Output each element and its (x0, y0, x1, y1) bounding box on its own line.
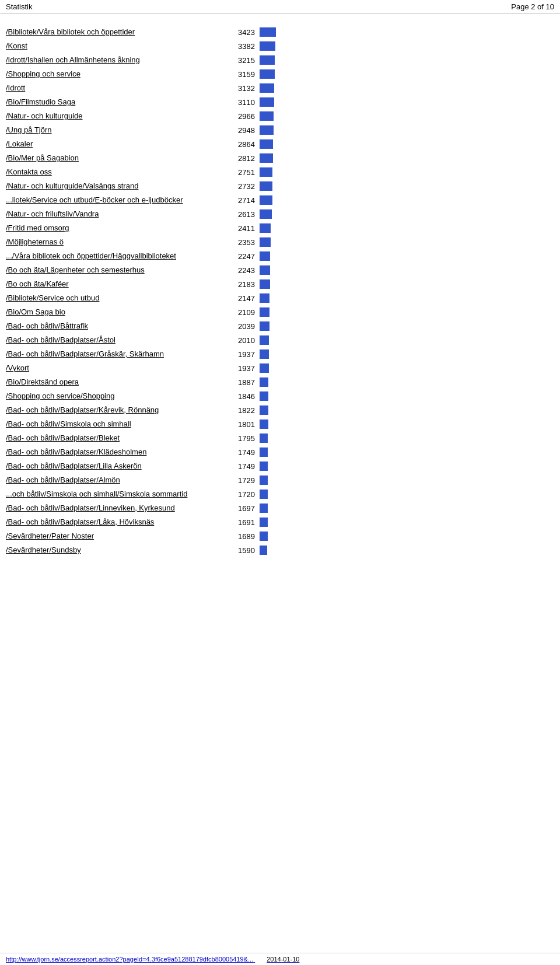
page-info: Page 2 of 10 (511, 2, 554, 11)
row-bar (260, 532, 268, 541)
row-bar (260, 181, 272, 191)
row-value: 1689 (228, 532, 260, 541)
row-bar (260, 237, 271, 247)
table-row: ...liotek/Service och utbud/E-böcker och… (6, 194, 554, 207)
row-label[interactable]: /Möjligheternas ö (6, 237, 228, 247)
row-label[interactable]: /Bad- och båtliv/Badplatser/Almön (6, 475, 228, 485)
row-label[interactable]: /Idrott/Ishallen och Allmänhetens åkning (6, 55, 228, 65)
row-value: 1937 (228, 364, 260, 373)
row-label[interactable]: /Vykort (6, 363, 228, 373)
row-bar-container (260, 237, 277, 247)
row-bar-container (260, 41, 277, 51)
table-row: /Natur- och friluftsliv/Vandra2613 (6, 208, 554, 221)
table-row: /Bad- och båtliv/Badplatser/Låka, Höviks… (6, 516, 554, 529)
row-bar (260, 546, 267, 555)
row-label[interactable]: /Bad- och båtliv/Badplatser/Gråskär, Skä… (6, 349, 228, 359)
row-label[interactable]: ...och båtliv/Simskola och simhall/Simsk… (6, 489, 228, 499)
row-bar (260, 363, 269, 373)
row-bar (260, 293, 270, 303)
row-label[interactable]: /Sevärdheter/Pater Noster (6, 531, 228, 541)
row-label[interactable]: /Sevärdheter/Sundsby (6, 545, 228, 555)
table-row: .../Våra bibliotek och öppettider/Häggva… (6, 250, 554, 263)
row-bar (260, 279, 270, 289)
row-bar (260, 69, 275, 79)
row-label[interactable]: /Bo och äta/Kaféer (6, 279, 228, 289)
row-label[interactable]: /Natur- och kulturguide (6, 111, 228, 121)
row-value: 3132 (228, 84, 260, 93)
row-bar-container (260, 461, 277, 471)
row-label[interactable]: /Bo och äta/Lägenheter och semesterhus (6, 265, 228, 275)
table-row: ...och båtliv/Simskola och simhall/Simsk… (6, 488, 554, 501)
table-row: /Bio/Om Saga bio2109 (6, 306, 554, 319)
row-label[interactable]: /Bad- och båtliv/Badplatser/Klädesholmen (6, 447, 228, 457)
row-value: 2948 (228, 126, 260, 135)
row-bar (260, 139, 273, 149)
row-value: 1822 (228, 406, 260, 415)
page-header: Statistik Page 2 of 10 (0, 0, 560, 14)
row-label[interactable]: /Bad- och båtliv/Badplatser/Åstol (6, 335, 228, 345)
row-bar (260, 405, 268, 415)
row-bar-container (260, 335, 277, 345)
row-label[interactable]: ...liotek/Service och utbud/E-böcker och… (6, 195, 228, 205)
row-bar-container (260, 195, 277, 205)
table-row: /Sevärdheter/Pater Noster1689 (6, 530, 554, 543)
row-label[interactable]: /Bibliotek/Våra bibliotek och öppettider (6, 27, 228, 37)
row-label[interactable]: /Natur- och friluftsliv/Vandra (6, 209, 228, 219)
table-row: /Bio/Direktsänd opera1887 (6, 376, 554, 389)
row-label[interactable]: /Bibliotek/Service och utbud (6, 293, 228, 303)
row-bar-container (260, 251, 277, 261)
table-row: /Bad- och båtliv/Badplatser/Åstol2010 (6, 334, 554, 347)
row-bar (260, 518, 268, 527)
row-bar-container (260, 307, 277, 317)
row-bar-container (260, 139, 277, 149)
table-row: /Bad- och båtliv/Badplatser/Kårevik, Rön… (6, 404, 554, 417)
row-label[interactable]: /Bad- och båtliv/Simskola och simhall (6, 419, 228, 429)
row-bar-container (260, 490, 277, 499)
row-label[interactable]: /Bio/Mer på Sagabion (6, 153, 228, 163)
row-bar-container (260, 546, 277, 555)
row-label[interactable]: /Shopping och service/Shopping (6, 391, 228, 401)
row-label[interactable]: /Kontakta oss (6, 167, 228, 177)
row-label[interactable]: /Bad- och båtliv/Badplatser/Låka, Höviks… (6, 517, 228, 527)
row-label[interactable]: /Bio/Filmstudio Saga (6, 97, 228, 107)
row-label[interactable]: /Idrott (6, 83, 228, 93)
row-bar-container (260, 223, 277, 233)
table-row: /Bad- och båtliv/Badplatser/Klädesholmen… (6, 446, 554, 459)
row-value: 2411 (228, 224, 260, 233)
row-label[interactable]: /Konst (6, 41, 228, 51)
row-label[interactable]: /Bio/Direktsänd opera (6, 377, 228, 387)
row-value: 2243 (228, 266, 260, 275)
row-value: 1749 (228, 448, 260, 457)
row-label[interactable]: /Bad- och båtliv/Båttrafik (6, 321, 228, 331)
row-bar-container (260, 447, 277, 457)
row-value: 2966 (228, 112, 260, 121)
row-value: 3215 (228, 56, 260, 65)
row-label[interactable]: /Fritid med omsorg (6, 223, 228, 233)
row-label[interactable]: /Bio/Om Saga bio (6, 307, 228, 317)
row-bar-container (260, 83, 277, 93)
row-bar (260, 97, 274, 107)
row-label[interactable]: /Lokaler (6, 139, 228, 149)
row-bar (260, 307, 270, 317)
row-label[interactable]: /Bad- och båtliv/Badplatser/Linneviken, … (6, 503, 228, 513)
row-value: 2010 (228, 336, 260, 345)
table-row: /Ung på Tjörn2948 (6, 124, 554, 137)
row-label[interactable]: /Shopping och service (6, 69, 228, 79)
row-label[interactable]: /Natur- och kulturguide/Valsängs strand (6, 181, 228, 191)
main-content: /Bibliotek/Våra bibliotek och öppettider… (0, 14, 560, 575)
row-label[interactable]: /Ung på Tjörn (6, 125, 228, 135)
row-label[interactable]: /Bad- och båtliv/Badplatser/Lilla Askerö… (6, 461, 228, 471)
row-label[interactable]: .../Våra bibliotek och öppettider/Häggva… (6, 251, 228, 261)
table-row: /Sevärdheter/Sundsby1590 (6, 544, 554, 557)
row-label[interactable]: /Bad- och båtliv/Badplatser/Bleket (6, 433, 228, 443)
row-label[interactable]: /Bad- och båtliv/Badplatser/Kårevik, Rön… (6, 405, 228, 415)
table-row: /Vykort1937 (6, 362, 554, 375)
row-bar (260, 490, 268, 499)
row-bar (260, 461, 268, 471)
table-row: /Bio/Filmstudio Saga3110 (6, 96, 554, 109)
row-value: 1590 (228, 546, 260, 555)
row-bar (260, 321, 270, 331)
row-value: 2751 (228, 168, 260, 177)
row-value: 2864 (228, 140, 260, 149)
row-bar (260, 475, 268, 485)
